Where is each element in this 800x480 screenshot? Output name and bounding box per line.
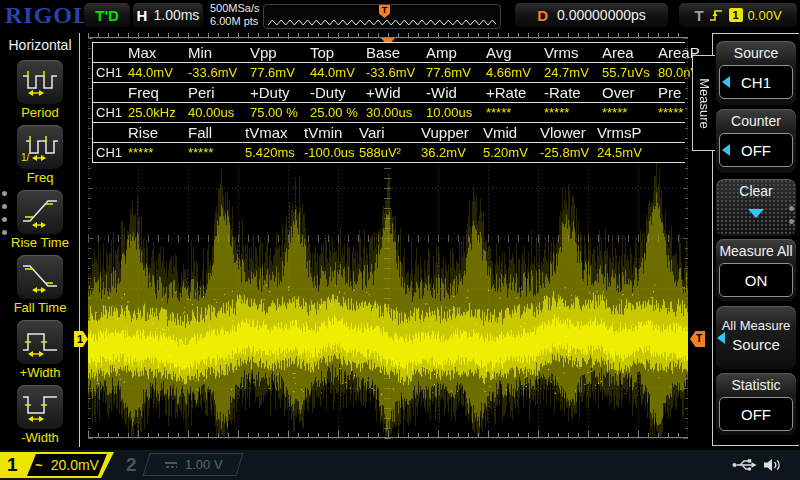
freq-icon: 1/ <box>17 125 63 169</box>
channel2-settings: 1.00 V <box>142 453 243 476</box>
menu-button-all-measure[interactable]: All MeasureSource <box>716 306 796 369</box>
menu-button-counter[interactable]: CounterOFF <box>716 109 796 173</box>
sample-rate: 500MSa/s <box>210 2 260 15</box>
usb-icon <box>731 457 759 473</box>
t-label: T <box>694 7 703 24</box>
trigger-level-marker[interactable]: T <box>690 331 705 347</box>
measurement-header: Top <box>308 44 364 61</box>
menu-button-measure-all[interactable]: Measure AllON <box>716 239 796 301</box>
delay-value: 0.00000000ps <box>557 7 646 23</box>
memory-depth: 6.00M pts <box>210 15 260 28</box>
measurement-header: Amp <box>424 44 484 61</box>
svg-text:1/: 1/ <box>21 152 30 163</box>
button-value: CH1 <box>719 65 793 99</box>
measurement-header: tVmax <box>243 124 302 141</box>
measurement-value-row: CH144.0mV-33.6mV77.6mV44.0mV-33.6mV77.6m… <box>93 63 685 83</box>
measurement-header: Rise <box>126 124 186 141</box>
button-value: Source <box>716 336 796 353</box>
trigger-level-value: 0.00V <box>748 8 782 23</box>
menu-item-label: Period <box>0 105 80 120</box>
period-icon <box>17 60 63 104</box>
measurement-value: 10.00us <box>424 105 484 120</box>
measurement-header: Vmid <box>481 124 538 141</box>
menu-item-fall-time[interactable]: Fall Time <box>0 255 80 315</box>
channel2-badge[interactable]: 2 1.00 V <box>122 452 242 478</box>
measurement-header: +Duty <box>248 84 308 101</box>
measurement-value: -33.6mV <box>364 65 424 80</box>
menu-button-statistic[interactable]: StatisticOFF <box>716 373 796 435</box>
fall-time-icon <box>17 255 63 299</box>
measurement-header: -Rate <box>542 84 600 101</box>
trigger-source-badge: 1 <box>729 8 743 22</box>
measurement-value: 77.6mV <box>248 65 308 80</box>
measurement-value: ***** <box>484 105 542 120</box>
menu-item--width[interactable]: +Width <box>0 320 80 380</box>
measurement-header: tVmin <box>302 124 357 141</box>
button-value: OFF <box>719 397 793 431</box>
channel1-settings: ~ 20.0mV <box>27 454 107 476</box>
button-label: Measure All <box>716 243 796 259</box>
menu-item-label: Fall Time <box>0 300 80 315</box>
button-label: Statistic <box>716 377 796 393</box>
button-label: Counter <box>716 113 796 129</box>
menu-button-source[interactable]: SourceCH1 <box>716 41 796 105</box>
rigol-logo: RIGOL <box>5 2 90 29</box>
button-value: OFF <box>719 133 793 167</box>
measurement-header: VrmsP <box>595 124 665 141</box>
chevron-left-icon <box>722 144 730 156</box>
measurement-value: 40.00us <box>186 105 248 120</box>
measurement-value: 36.2mV <box>419 145 481 160</box>
measurement-channel-label: CH1 <box>93 105 126 120</box>
left-menu-border <box>79 33 80 447</box>
menu-item--width[interactable]: -Width <box>0 385 80 445</box>
waveform-preview[interactable]: T <box>263 4 501 29</box>
measurement-value: -25.8mV <box>538 145 595 160</box>
menu-item-period[interactable]: Period <box>0 60 80 120</box>
h-label: H <box>137 7 148 24</box>
measurement-header: Avg <box>484 44 542 61</box>
menu-item-rise-time[interactable]: Rise Time <box>0 190 80 250</box>
chevron-left-icon <box>717 332 725 344</box>
channel1-offset-marker[interactable]: 1 <box>74 331 88 347</box>
channel2-scale: 1.00 V <box>185 457 223 472</box>
channel1-scale: 20.0mV <box>51 457 99 473</box>
trigger-slope-icon <box>709 8 724 23</box>
measurement-header: Area <box>600 44 656 61</box>
measurement-value: 75.00 % <box>248 105 308 120</box>
trigger-flag-label: T <box>382 5 388 15</box>
oscilloscope-screen: RIGOL T'D H 1.00ms 500MSa/s 6.00M pts T … <box>0 0 800 480</box>
bottom-bar: 1 ~ 20.0mV 2 1.00 V <box>0 450 800 480</box>
ac-coupling-icon: ~ <box>35 458 43 473</box>
menu-item-freq[interactable]: 1/Freq <box>0 125 80 185</box>
measurement-header: Vpp <box>248 44 308 61</box>
dc-coupling-icon <box>164 461 178 469</box>
measurement-header: Peri <box>186 84 248 101</box>
channel1-badge[interactable]: 1 ~ 20.0mV <box>0 452 114 478</box>
delay-box[interactable]: D 0.00000000ps <box>515 3 668 27</box>
measurement-header: Vari <box>357 124 419 141</box>
measurement-header: Freq <box>126 84 186 101</box>
measurement-header: Vlower <box>538 124 595 141</box>
measurement-header-row: RiseFalltVmaxtVminVariVupperVmidVlowerVr… <box>93 123 685 143</box>
top-bar: RIGOL T'D H 1.00ms 500MSa/s 6.00M pts T … <box>0 0 800 31</box>
measurement-value: 588uV² <box>357 145 419 160</box>
measurement-header: Over <box>600 84 656 101</box>
button-label: All Measure <box>716 318 796 333</box>
measurement-value: 44.0mV <box>126 65 186 80</box>
menu-item-label: Rise Time <box>0 235 80 250</box>
channel2-number: 2 <box>126 453 137 477</box>
measurement-table: MaxMinVppTopBaseAmpAvgVrmsAreaAreaPCH144… <box>92 42 685 163</box>
button-label: Clear <box>716 183 796 199</box>
measurement-value: 5.420ms <box>243 145 302 160</box>
measurement-value: 24.5mV <box>595 145 665 160</box>
trigger-status-badge[interactable]: T'D <box>84 3 130 27</box>
menu-scroll-dots <box>2 191 7 243</box>
menu-item-label: -Width <box>0 430 80 445</box>
measurement-value: 30.00us <box>364 105 424 120</box>
menu-button-clear[interactable]: Clear <box>716 179 796 236</box>
horizontal-timebase-box[interactable]: H 1.00ms <box>133 3 203 27</box>
d-label: D <box>537 7 548 24</box>
chevron-left-icon <box>722 76 730 88</box>
measurement-header: +Wid <box>364 84 424 101</box>
trigger-box[interactable]: T 1 0.00V <box>679 3 797 27</box>
